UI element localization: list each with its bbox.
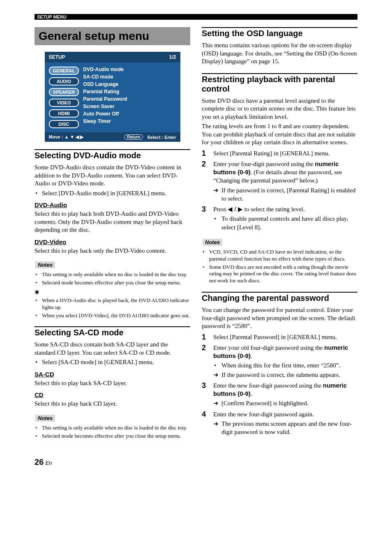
osd-screenshot: SETUP 1/2 GENERAL AUDIO SPEAKER VIDEO HD… [45, 52, 180, 142]
page-number: 26 [35, 457, 44, 466]
section-heading: Changing the parental password [202, 292, 357, 303]
note-item: This setting is only available when no d… [35, 271, 190, 278]
osd-tab-general: GENERAL [49, 67, 79, 75]
osd-tab-audio: AUDIO [49, 77, 79, 85]
body-text: You can change the password for parental… [202, 306, 357, 330]
body-text: Select this to play back only the DVD-Vi… [35, 247, 190, 255]
osd-item: Sleep Timer [83, 118, 127, 124]
option-heading: CD [35, 391, 190, 398]
note-item: Selected mode becomes effective after yo… [35, 433, 190, 440]
osd-option-list: DVD-Audio mode SA-CD mode OSD Language P… [83, 67, 127, 128]
section-heading: Restricting playback with parental contr… [202, 73, 357, 94]
osd-item: Screen Saver [83, 104, 127, 109]
osd-item: OSD Language [83, 81, 127, 87]
note-item: Some DVD discs are not encoded with a ra… [203, 264, 357, 285]
option-heading: SA-CD [35, 371, 190, 378]
osd-item: SA-CD mode [83, 74, 127, 80]
option-heading: DVD-Video [35, 238, 190, 245]
osd-tab-video: VIDEO [49, 99, 79, 107]
section-heading: Selecting DVD-Audio mode [35, 149, 190, 160]
step-item: Enter the new four-digit password again.… [202, 410, 357, 436]
body-text: The rating levels are from 1 to 8 and ar… [202, 122, 357, 147]
page-footer: 26 En [35, 457, 357, 467]
osd-foot-select: Select : Enter [147, 135, 176, 140]
sub-item: To disable parental controls and have al… [213, 215, 357, 231]
section-heading: Selecting SA-CD mode [35, 326, 190, 337]
result-item: If the password is correct, [Parental Ra… [213, 186, 357, 203]
tip-item: When a DVD-Audio disc is played back, th… [35, 297, 190, 311]
page-title: General setup menu [35, 27, 190, 45]
body-text: Select this to play back both DVD-Audio … [35, 210, 190, 234]
body-text: Some SA-CD discs contain both SA-CD laye… [35, 341, 190, 357]
result-item: [Confirm Password] is highlighted. [213, 399, 357, 407]
osd-tab-disc: DISC [49, 120, 79, 128]
left-right-icon: ◀ / ▶ [228, 205, 243, 212]
step-item: Enter your old four-digit password using… [202, 344, 357, 379]
option-heading: DVD-Audio [35, 201, 190, 208]
osd-item: Parental Password [83, 96, 127, 102]
osd-title: SETUP [49, 54, 65, 60]
step-item: Press ◀ / ▶ to select the rating level. … [202, 205, 357, 231]
body-text: Some DVD discs have a parental level ass… [202, 97, 357, 121]
note-item: VCD, SVCD, CD and SA-CD have no level in… [203, 249, 357, 263]
osd-tab-hdmi: HDMI [49, 109, 79, 118]
osd-foot-move: Move : ▲ ▼ ◀ ▶ [49, 134, 84, 140]
notes-label: Notes [35, 415, 55, 422]
sub-item: When doing this for the first time, ente… [213, 361, 357, 369]
page-lang: En [45, 460, 52, 466]
body-text: Select this to play back SA-CD layer. [35, 379, 190, 388]
osd-tab-speaker: SPEAKER [49, 88, 79, 96]
body-text: Some DVD-Audio discs contain the DVD-Vid… [35, 164, 190, 188]
section-heading: Setting the OSD language [202, 27, 357, 38]
notes-label: Notes [35, 261, 55, 268]
osd-page-indicator: 1/2 [169, 54, 176, 60]
list-item: Select [SA-CD mode] in [GENERAL] menu. [35, 358, 190, 367]
step-item: Enter the new four-digit password using … [202, 381, 357, 408]
note-item: Selected mode becomes effective after yo… [35, 279, 190, 286]
notes-label: Notes [203, 239, 222, 246]
osd-item: DVD-Audio mode [83, 67, 127, 72]
result-item: If the password is correct, the submenu … [213, 371, 357, 379]
osd-item: Auto Power Off [83, 111, 127, 117]
running-header: SETUP MENU [35, 14, 357, 20]
body-text: Select this to play back CD layer. [35, 400, 190, 408]
result-item: The previous menu screen appears and the… [213, 420, 357, 436]
tip-icon: ✺ [35, 289, 190, 296]
osd-return-button: Return [124, 134, 143, 140]
list-item: Select [DVD-Audio mode] in [GENERAL] men… [35, 189, 190, 198]
body-text: This menu contains various options for t… [202, 42, 357, 66]
step-item: Select [Parental Password] in [GENERAL] … [202, 333, 357, 341]
note-item: This setting is only available when no d… [35, 425, 190, 432]
tip-item: When you select [DVD-Video], the DVD AUD… [35, 312, 190, 319]
step-item: Select [Parental Rating] in [GENERAL] me… [202, 149, 357, 157]
step-item: Enter your four-digit password using the… [202, 160, 357, 203]
osd-item: Parental Rating [83, 89, 127, 95]
